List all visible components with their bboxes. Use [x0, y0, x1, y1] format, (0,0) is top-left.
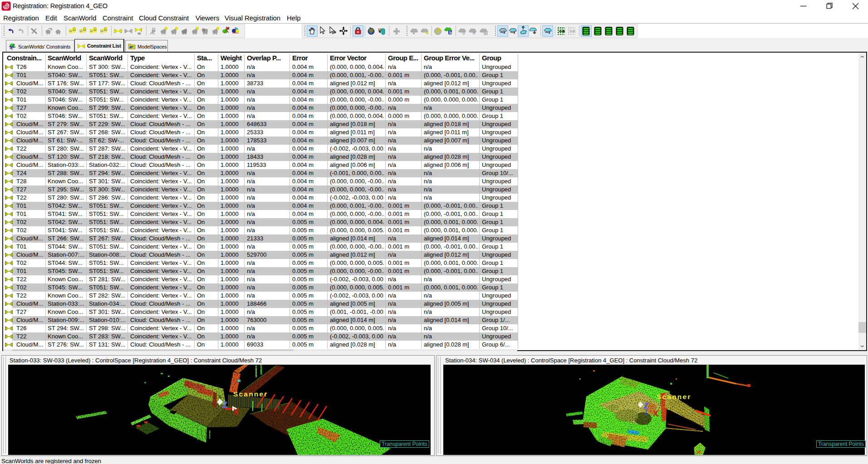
svg-text:X: X [233, 407, 239, 416]
svg-text:b: b [449, 30, 452, 35]
svg-text:Scanner: Scanner [233, 390, 268, 398]
svg-text:R: R [473, 31, 476, 35]
svg-text:Z: Z [643, 401, 648, 410]
svg-text:Scanner: Scanner [657, 393, 691, 401]
svg-text:Z: Z [222, 401, 227, 410]
svg-text:U: U [462, 31, 465, 35]
svg-text:X: X [653, 409, 658, 418]
